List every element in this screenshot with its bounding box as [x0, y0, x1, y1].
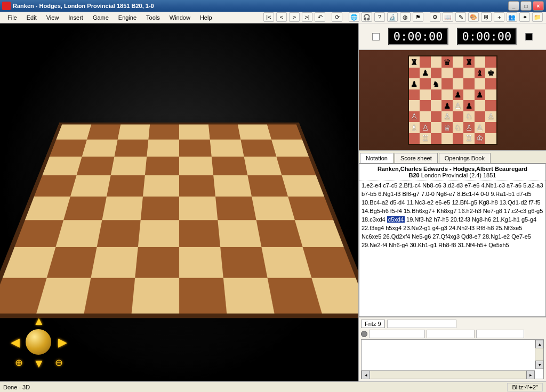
- right-panel: 0:00:00 0:00:00 ♜♛♜♟♝♚♟♞♟♟♟♙♟♙♙♘♙♗♙♕♘♙♙♖…: [358, 23, 546, 381]
- nav-up-arrow[interactable]: ▲: [33, 314, 45, 328]
- game-event: B20 London Provincial (2.4) 1851: [361, 172, 544, 178]
- nav-left-arrow[interactable]: ◀: [11, 336, 20, 349]
- game-moves[interactable]: 1.e2-e4 c7-c5 2.Bf1-c4 Nb8-c6 3.d2-d3 e7…: [359, 181, 545, 251]
- engine-led-icon: [361, 331, 367, 337]
- menu-view[interactable]: View: [42, 13, 63, 22]
- palette-icon[interactable]: 🎨: [468, 12, 479, 22]
- tab-scoresheet[interactable]: Score sheet: [395, 153, 438, 163]
- nav-right-arrow[interactable]: ▶: [58, 336, 67, 349]
- menu-tools[interactable]: Tools: [142, 13, 164, 22]
- engine-status-field: [387, 320, 456, 328]
- minimize-button[interactable]: _: [508, 1, 519, 11]
- pencil-icon[interactable]: ✎: [455, 12, 466, 22]
- zoom-out-icon[interactable]: ⊖: [55, 357, 63, 369]
- horizontal-scrollbar[interactable]: ◂ ▸: [362, 370, 535, 379]
- white-flag-icon: [372, 33, 380, 40]
- shield-icon[interactable]: ⛨: [481, 12, 492, 22]
- microscope-icon[interactable]: 🔬: [387, 12, 398, 22]
- nav-sphere[interactable]: ▲ ▼ ◀ ▶ ⊕ ⊖: [10, 313, 68, 372]
- menu-edit[interactable]: Edit: [22, 13, 41, 22]
- notation-panel[interactable]: Ranken,Charles Edwards - Hodges,Albert B…: [359, 164, 546, 317]
- tab-notation[interactable]: Notation: [360, 153, 394, 163]
- wand-icon[interactable]: ✦: [519, 12, 530, 22]
- scroll-down-icon[interactable]: ▾: [535, 361, 544, 369]
- engine-name[interactable]: Fritz 9: [361, 320, 385, 328]
- board-3d-view[interactable]: ▲ ▼ ◀ ▶ ⊕ ⊖: [0, 23, 358, 381]
- hint-icon[interactable]: ?: [374, 12, 385, 22]
- prev-move-icon[interactable]: <: [276, 12, 287, 22]
- toolbar: |< < > >| ↶ ⟳ 🌐 🎧 ? 🔬 ◍ ⚑ ⚙ 📖 ✎ 🎨 ⛨ ＋ 👥 …: [263, 12, 543, 22]
- folder-icon[interactable]: 📁: [532, 12, 543, 22]
- tab-openings-book[interactable]: Openings Book: [439, 153, 491, 163]
- globe-icon[interactable]: 🌐: [349, 12, 359, 22]
- engine-output[interactable]: ▴ ▾ ◂ ▸: [361, 339, 544, 379]
- notation-tabs: Notation Score sheet Openings Book: [359, 151, 546, 164]
- titlebar: Ranken - Hodges, London Provincial 1851 …: [0, 0, 546, 12]
- plus-icon[interactable]: ＋: [494, 12, 504, 22]
- refresh-icon[interactable]: ⟳: [332, 12, 342, 22]
- maximize-button[interactable]: □: [520, 1, 532, 11]
- last-move-icon[interactable]: >|: [302, 12, 312, 22]
- mini-board-panel: ♜♛♜♟♝♚♟♞♟♟♟♙♟♙♙♘♙♗♙♕♘♙♙♖♖♔: [359, 50, 546, 151]
- book-icon[interactable]: 📖: [443, 12, 453, 22]
- move-highlight[interactable]: c5xd4: [387, 216, 405, 223]
- black-clock: 0:00:00: [457, 28, 517, 45]
- close-button[interactable]: ×: [533, 1, 544, 11]
- scroll-left-icon[interactable]: ◂: [362, 371, 370, 379]
- headphones-icon[interactable]: 🎧: [362, 12, 372, 22]
- scroll-up-icon[interactable]: ▴: [535, 340, 544, 348]
- nav-down-arrow[interactable]: ▼: [33, 357, 45, 371]
- engine-nodes-field: [476, 330, 524, 338]
- menu-insert[interactable]: Insert: [64, 13, 87, 22]
- status-left: Done - 3D: [3, 384, 30, 390]
- menu-file[interactable]: File: [3, 13, 21, 22]
- engine-panel: Fritz 9 ▴ ▾ ◂ ▸: [359, 317, 546, 381]
- menubar: File Edit View Insert Game Engine Tools …: [0, 12, 546, 23]
- undo-icon[interactable]: ↶: [315, 12, 325, 22]
- window-title: Ranken - Hodges, London Provincial 1851 …: [13, 3, 507, 9]
- menu-help[interactable]: Help: [196, 13, 216, 22]
- zoom-in-icon[interactable]: ⊕: [15, 357, 23, 369]
- status-clock-mode: Blitz:4'+2": [507, 383, 543, 391]
- status-bar: Done - 3D Blitz:4'+2": [0, 381, 546, 392]
- earth-icon[interactable]: ◍: [400, 12, 411, 22]
- next-move-icon[interactable]: >: [289, 12, 300, 22]
- mini-board[interactable]: ♜♛♜♟♝♚♟♞♟♟♟♙♟♙♙♘♙♗♙♕♘♙♙♖♖♔: [408, 55, 497, 145]
- engine-eval-field: [427, 330, 475, 338]
- clock-panel: 0:00:00 0:00:00: [359, 23, 546, 50]
- users-icon[interactable]: 👥: [507, 12, 517, 22]
- gear-icon[interactable]: ⚙: [430, 12, 440, 22]
- app-icon: [2, 2, 11, 10]
- menu-game[interactable]: Game: [89, 13, 113, 22]
- engine-depth-field: [369, 330, 425, 338]
- menu-window[interactable]: Window: [165, 13, 195, 22]
- menu-engine[interactable]: Engine: [114, 13, 141, 22]
- scroll-right-icon[interactable]: ▸: [526, 371, 535, 379]
- nav-sphere-ball[interactable]: [26, 329, 51, 355]
- white-clock: 0:00:00: [388, 28, 448, 45]
- vertical-scrollbar[interactable]: ▴ ▾: [535, 340, 543, 369]
- black-flag-icon: [525, 33, 533, 40]
- game-players: Ranken,Charles Edwards - Hodges,Albert B…: [361, 166, 544, 172]
- first-move-icon[interactable]: |<: [263, 12, 274, 22]
- flag-icon[interactable]: ⚑: [413, 12, 423, 22]
